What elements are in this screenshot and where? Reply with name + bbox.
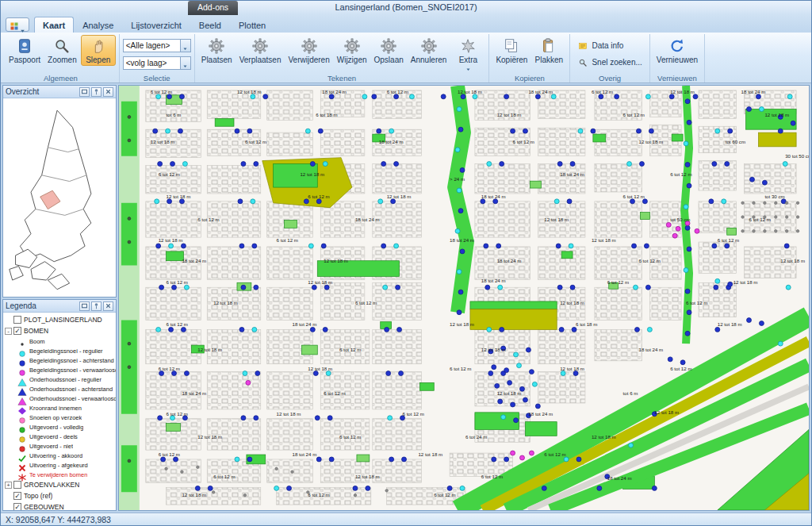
tree-marker[interactable] (460, 249, 465, 254)
tree-marker[interactable] (329, 457, 334, 462)
tree-marker[interactable] (178, 129, 182, 133)
tree-marker[interactable] (778, 129, 783, 133)
tree-marker[interactable] (644, 244, 649, 248)
tree-marker[interactable] (501, 415, 506, 420)
tree-marker[interactable] (372, 94, 377, 99)
tree-marker[interactable] (642, 199, 647, 204)
tree-marker[interactable] (668, 357, 672, 362)
tree-marker[interactable] (488, 371, 493, 376)
tree-marker[interactable] (508, 380, 512, 385)
panel-pin-button[interactable] (91, 87, 102, 97)
tree-marker[interactable] (561, 371, 565, 376)
plaatsen-button[interactable]: Plaatsen (198, 35, 236, 66)
tree-marker[interactable] (597, 486, 602, 490)
tree-marker[interactable] (381, 162, 386, 167)
tree-marker[interactable] (786, 202, 788, 204)
tree-marker[interactable] (239, 244, 244, 248)
tree-marker[interactable] (684, 268, 688, 273)
tree-marker[interactable] (247, 457, 252, 462)
tree-marker[interactable] (504, 94, 509, 99)
tree-marker[interactable] (166, 129, 170, 133)
tree-marker[interactable] (159, 371, 164, 376)
tree-marker[interactable] (775, 202, 777, 204)
tree-marker[interactable] (181, 470, 183, 473)
tree-marker[interactable] (709, 199, 714, 204)
follow-layer-combo[interactable]: <volg laag> (123, 56, 191, 70)
tree-marker[interactable] (323, 327, 327, 332)
tree-marker[interactable] (212, 491, 214, 493)
tree-marker[interactable] (630, 199, 635, 204)
tree-marker[interactable] (458, 290, 463, 294)
tree-marker[interactable] (388, 416, 393, 420)
tree-marker[interactable] (551, 94, 556, 99)
tree-marker[interactable] (167, 94, 172, 99)
tree-marker[interactable] (634, 285, 638, 290)
tree-marker[interactable] (764, 230, 766, 232)
legend-layer-bomen[interactable]: -✓BOMEN (5, 325, 116, 336)
tree-marker[interactable] (318, 129, 323, 133)
tree-marker[interactable] (455, 228, 460, 233)
tree-marker[interactable] (532, 382, 537, 386)
tree-marker[interactable] (128, 116, 131, 119)
tree-marker[interactable] (572, 327, 576, 332)
tree-marker[interactable] (128, 217, 131, 221)
tree-marker[interactable] (447, 486, 452, 490)
tree-marker[interactable] (687, 120, 691, 125)
tree-marker[interactable] (238, 199, 243, 204)
tree-marker[interactable] (684, 205, 688, 209)
tree-marker[interactable] (457, 270, 462, 275)
tree-marker[interactable] (747, 107, 752, 112)
tree-marker[interactable] (615, 94, 619, 99)
tree-marker[interactable] (329, 94, 334, 99)
tree-marker[interactable] (796, 230, 799, 232)
tree-marker[interactable] (529, 370, 534, 374)
layer-checkbox[interactable] (13, 481, 21, 489)
verwijderen-button[interactable]: Verwijderen (285, 35, 332, 66)
tree-marker[interactable] (725, 162, 730, 167)
data-info-button[interactable]: Data info (573, 39, 645, 53)
tree-marker[interactable] (275, 467, 278, 470)
tree-marker[interactable] (383, 285, 388, 290)
tree-marker[interactable] (504, 457, 509, 462)
tree-marker[interactable] (128, 139, 131, 142)
tree-marker[interactable] (514, 352, 519, 357)
tree-marker[interactable] (487, 327, 492, 332)
tree-marker[interactable] (722, 199, 726, 204)
tree-marker[interactable] (251, 199, 255, 204)
tree-marker[interactable] (573, 371, 578, 376)
tree-marker[interactable] (712, 244, 717, 248)
tree-marker[interactable] (559, 327, 564, 332)
tree-marker[interactable] (181, 327, 186, 332)
tree-marker[interactable] (791, 121, 795, 125)
tree-marker[interactable] (762, 180, 767, 185)
layer-checkbox[interactable] (13, 316, 21, 324)
tree-marker[interactable] (567, 199, 572, 204)
tree-marker[interactable] (685, 331, 690, 336)
tree-marker[interactable] (158, 162, 163, 167)
tree-marker[interactable] (165, 467, 167, 470)
tree-marker[interactable] (252, 327, 257, 332)
tree-marker[interactable] (396, 285, 400, 290)
layer-select-combo[interactable]: <Alle lagen> (123, 39, 191, 52)
tree-marker[interactable] (389, 457, 394, 462)
tree-marker[interactable] (764, 202, 766, 204)
tree-marker[interactable] (523, 397, 527, 402)
tree-marker[interactable] (473, 94, 477, 99)
tree-marker[interactable] (159, 285, 164, 290)
tree-marker[interactable] (241, 285, 246, 290)
tree-marker[interactable] (492, 457, 496, 462)
tree-marker[interactable] (316, 457, 321, 462)
tree-marker[interactable] (687, 183, 691, 188)
tree-marker[interactable] (179, 199, 184, 204)
overview-map[interactable] (3, 98, 116, 297)
tree-marker[interactable] (161, 457, 166, 462)
combo-dropdown-button[interactable] (180, 57, 190, 69)
tree-marker[interactable] (241, 162, 246, 167)
verplaatsen-button[interactable]: Verplaatsen (236, 35, 285, 66)
tree-marker[interactable] (308, 244, 313, 248)
tree-marker[interactable] (321, 244, 326, 248)
tree-marker[interactable] (647, 327, 652, 332)
tree-marker[interactable] (484, 244, 488, 248)
tree-marker[interactable] (759, 107, 764, 112)
tree-marker[interactable] (514, 418, 519, 423)
